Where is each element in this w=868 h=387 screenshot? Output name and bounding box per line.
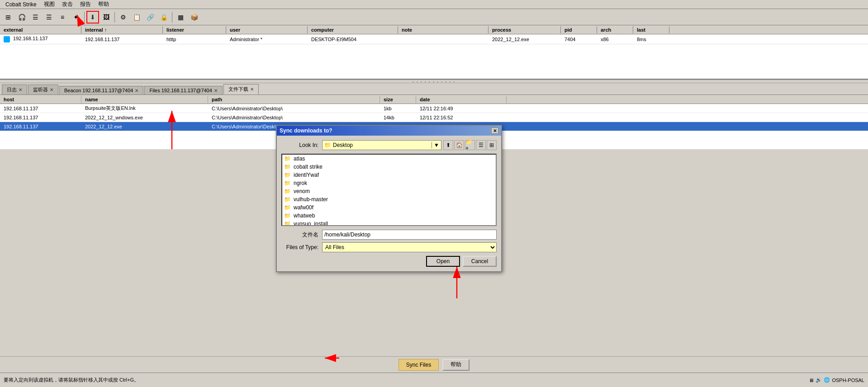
td-last: 8ms <box>633 36 669 43</box>
file-item[interactable]: 📁venom <box>282 187 496 195</box>
file-item[interactable]: 📁cobalt strike <box>282 163 496 171</box>
file-item[interactable]: 📁whatweb <box>282 212 496 220</box>
beacon-icon <box>4 36 10 42</box>
dialog: Sync downloads to? ✕ Look In: 📁 Desktop … <box>276 125 502 272</box>
dialog-cancel-button[interactable]: Cancel <box>463 256 497 267</box>
toolbar-btn-10[interactable]: 📋 <box>130 11 143 24</box>
dl-row-1[interactable]: 192.168.11.137 2022_12_12_wndows.exe C:\… <box>0 113 868 122</box>
toolbar-btn-4[interactable]: ☰ <box>43 11 55 24</box>
dialog-lookin-field[interactable]: 📁 Desktop ▼ <box>322 140 441 150</box>
menu-help[interactable]: 帮助 <box>95 0 113 9</box>
dl-th-size[interactable]: size <box>380 96 416 103</box>
lookin-dropdown-arrow[interactable]: ▼ <box>432 142 439 148</box>
toolbar-btn-3[interactable]: ☰ <box>29 11 42 24</box>
th-note[interactable]: note <box>398 26 489 33</box>
folder-item-icon: 📁 <box>284 180 291 186</box>
tab-beacon[interactable]: Beacon 192.168.11.137@7404 ✕ <box>59 86 143 94</box>
menu-cobalt-strike[interactable]: Cobalt Strike <box>2 0 40 9</box>
th-arch[interactable]: arch <box>597 26 633 33</box>
dl-th-name[interactable]: name <box>81 96 208 103</box>
th-computer[interactable]: computer <box>308 26 398 33</box>
dialog-tb-btn-3[interactable]: 📁+ <box>465 140 475 150</box>
statusbar: 要将入定向到该虚拟机，请将鼠标指针移入其中或按 Ctrl+G。 🖥 🔊 🌐 OS… <box>0 373 868 387</box>
dl-td-path-0: C:\Users\Administrator\Desktop\ <box>208 105 380 112</box>
dialog-lookin-label: Look In: <box>281 142 322 148</box>
td-user: Administrator * <box>226 36 308 43</box>
tab-downloads[interactable]: 文件下载 ✕ <box>223 84 259 94</box>
dialog-filename-input[interactable] <box>322 230 497 240</box>
dialog-title: Sync downloads to? <box>280 127 332 134</box>
middle-divider[interactable]: • • • • • • • • • • • <box>0 80 868 83</box>
file-item[interactable]: 📁wafw00f <box>282 203 496 212</box>
th-internal[interactable]: internal ↑ <box>81 26 163 33</box>
file-item[interactable]: 📁yunsuo_install <box>282 220 496 226</box>
tab-listeners[interactable]: 监听器 ✕ <box>28 85 58 94</box>
toolbar-btn-8[interactable]: 🖼 <box>100 11 113 24</box>
file-item[interactable]: 📁ngrok <box>282 179 496 187</box>
menu-report[interactable]: 报告 <box>76 0 95 9</box>
file-item[interactable]: 📁vulhub-master <box>282 195 496 203</box>
td-note <box>398 38 489 40</box>
dialog-lookin-row: Look In: 📁 Desktop ▼ ⬆ 🏠 📁+ ☰ ⊞ <box>281 140 497 150</box>
dialog-tb-btn-1[interactable]: ⬆ <box>443 140 453 150</box>
tab-files-close[interactable]: ✕ <box>214 88 218 93</box>
folder-item-icon: 📁 <box>284 172 291 178</box>
dialog-titlebar: Sync downloads to? ✕ <box>277 126 501 136</box>
th-listener[interactable]: listener <box>163 26 226 33</box>
tab-files[interactable]: Files 192.168.11.137@7404 ✕ <box>144 86 222 94</box>
dl-th-host[interactable]: host <box>0 96 81 103</box>
menu-attack[interactable]: 攻击 <box>58 0 76 9</box>
dialog-tb-btn-4[interactable]: ☰ <box>476 140 486 150</box>
sync-files-button[interactable]: Sync Files <box>398 359 439 371</box>
tab-logs[interactable]: 日志 ✕ <box>2 85 27 94</box>
table-row[interactable]: 192.168.11.137 192.168.11.137 htttp Admi… <box>0 34 868 44</box>
toolbar-btn-9[interactable]: ⚙ <box>117 11 129 24</box>
dl-td-name-2: 2022_12_12.exe <box>81 123 208 130</box>
toolbar-download-btn[interactable]: ⬇ <box>86 11 99 24</box>
menu-view[interactable]: 视图 <box>40 0 58 9</box>
toolbar-btn-6[interactable]: ✦ <box>70 11 82 24</box>
dl-td-host-1: 192.168.11.137 <box>0 114 81 121</box>
dl-th-path[interactable]: path <box>208 96 380 103</box>
td-internal: 192.168.11.137 <box>81 36 163 43</box>
dialog-file-list[interactable]: 📁atlas📁cobalt strike📁identIYwaf📁ngrok📁ve… <box>281 154 497 226</box>
th-process[interactable]: process <box>489 26 561 33</box>
dl-row-0[interactable]: 192.168.11.137 Burpsuite英文版EN.lnk C:\Use… <box>0 104 868 113</box>
th-external[interactable]: external <box>0 26 81 33</box>
folder-item-icon: 📁 <box>284 212 291 219</box>
folder-item-icon: 📁 <box>284 156 291 162</box>
th-user[interactable]: user <box>226 26 308 33</box>
help-button[interactable]: 帮助 <box>442 359 470 371</box>
toolbar: ⊞ 🎧 ☰ ☰ ≡ ✦ ⬇ 🖼 ⚙ 📋 🔗 🔒 ▦ 📦 <box>0 9 868 25</box>
tab-beacon-close[interactable]: ✕ <box>135 88 138 93</box>
td-arch: x86 <box>597 36 633 43</box>
folder-item-icon: 📁 <box>284 221 291 226</box>
dialog-tb-btn-2[interactable]: 🏠 <box>454 140 464 150</box>
dl-td-date-0: 12/11 22:16:49 <box>416 105 507 112</box>
dialog-tb-btn-5[interactable]: ⊞ <box>487 140 497 150</box>
dialog-close-button[interactable]: ✕ <box>491 127 498 134</box>
status-right-text: OSPH-POSAL <box>832 378 864 383</box>
toolbar-btn-5[interactable]: ≡ <box>56 11 69 24</box>
toolbar-btn-13[interactable]: ▦ <box>174 11 187 24</box>
toolbar-btn-12[interactable]: 🔒 <box>157 11 170 24</box>
dialog-open-button[interactable]: Open <box>426 256 460 267</box>
th-last[interactable]: last <box>633 26 669 33</box>
toolbar-btn-1[interactable]: ⊞ <box>2 11 14 24</box>
toolbar-btn-14[interactable]: 📦 <box>188 11 200 24</box>
tab-listeners-close[interactable]: ✕ <box>50 87 53 92</box>
file-item[interactable]: 📁atlas <box>282 155 496 163</box>
toolbar-btn-2[interactable]: 🎧 <box>15 11 28 24</box>
file-item[interactable]: 📁identIYwaf <box>282 171 496 179</box>
dl-td-path-1: C:\Users\Administrator\Desktop\ <box>208 114 380 121</box>
toolbar-btn-11[interactable]: 🔗 <box>144 11 157 24</box>
folder-item-icon: 📁 <box>284 196 291 203</box>
dialog-filename-label: 文件名 <box>281 231 322 239</box>
status-text: 要将入定向到该虚拟机，请将鼠标指针移入其中或按 Ctrl+G。 <box>4 377 139 383</box>
dl-th-date[interactable]: date <box>416 96 507 103</box>
th-pid[interactable]: pid <box>561 26 597 33</box>
dl-td-size-0: 1kb <box>380 105 416 112</box>
tab-logs-close[interactable]: ✕ <box>19 87 22 92</box>
dialog-filetype-select[interactable]: All Files <box>322 242 497 252</box>
tab-downloads-close[interactable]: ✕ <box>250 87 254 92</box>
